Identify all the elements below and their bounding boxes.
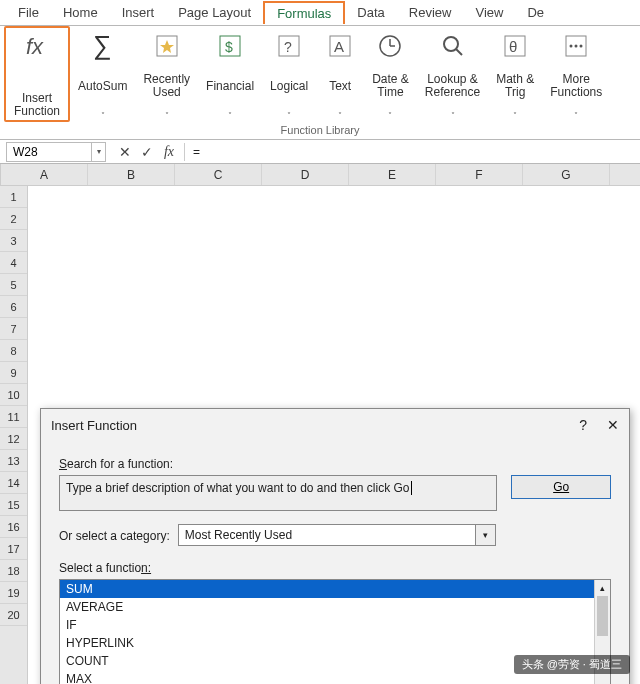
date-time-button[interactable]: Date & Time ˅ [364, 26, 417, 122]
dialog-titlebar: Insert Function ? ✕ [41, 409, 629, 441]
svg-line-13 [456, 49, 462, 55]
select-function-label: Select a function: [59, 561, 611, 575]
svg-point-19 [580, 45, 583, 48]
row-header[interactable]: 4 [0, 252, 27, 274]
clock-icon [374, 30, 406, 62]
row-header[interactable]: 5 [0, 274, 27, 296]
enter-button[interactable]: ✓ [136, 142, 158, 162]
chevron-down-icon: ˅ [101, 111, 105, 120]
row-header[interactable]: 19 [0, 582, 27, 604]
search-input[interactable]: Type a brief description of what you wan… [59, 475, 497, 511]
watermark: 头条 @劳资 · 蜀道三 [514, 655, 630, 674]
chevron-down-icon: ˅ [513, 111, 517, 120]
more-label: More Functions [550, 73, 602, 99]
tab-file[interactable]: File [6, 1, 51, 24]
ribbon-group-label: Function Library [4, 122, 636, 138]
chevron-down-icon: ˅ [451, 111, 455, 120]
cancel-entry-button[interactable]: ✕ [114, 142, 136, 162]
row-header[interactable]: 2 [0, 208, 27, 230]
row-header[interactable]: 10 [0, 384, 27, 406]
text-button[interactable]: A Text ˅ [316, 26, 364, 122]
svg-text:θ: θ [509, 38, 517, 55]
chevron-down-icon: ˅ [338, 111, 342, 120]
row-header[interactable]: 13 [0, 450, 27, 472]
ribbon-tabs: File Home Insert Page Layout Formulas Da… [0, 0, 640, 26]
row-header[interactable]: 17 [0, 538, 27, 560]
row-header[interactable]: 9 [0, 362, 27, 384]
tab-page-layout[interactable]: Page Layout [166, 1, 263, 24]
tab-home[interactable]: Home [51, 1, 110, 24]
tab-developer[interactable]: De [515, 1, 556, 24]
chevron-down-icon: ▾ [475, 525, 495, 545]
row-header[interactable]: 15 [0, 494, 27, 516]
name-box-dropdown[interactable]: ▾ [92, 142, 106, 162]
formula-input[interactable]: = [184, 143, 634, 161]
col-header[interactable]: C [175, 164, 262, 185]
row-header[interactable]: 8 [0, 340, 27, 362]
col-header[interactable]: F [436, 164, 523, 185]
category-select[interactable]: Most Recently Used ▾ [178, 524, 496, 546]
lookup-label: Lookup & Reference [425, 73, 480, 99]
col-header[interactable]: G [523, 164, 610, 185]
fx-icon: fx [21, 32, 53, 64]
star-icon [151, 30, 183, 62]
insert-function-label: Insert Function [14, 92, 60, 118]
col-header[interactable]: B [88, 164, 175, 185]
function-item[interactable]: HYPERLINK [60, 634, 594, 652]
financial-button[interactable]: $ Financial ˅ [198, 26, 262, 122]
dialog-title: Insert Function [51, 418, 137, 433]
lookup-reference-button[interactable]: Lookup & Reference ˅ [417, 26, 488, 122]
tab-view[interactable]: View [463, 1, 515, 24]
more-icon [560, 30, 592, 62]
fx-button[interactable]: fx [158, 142, 180, 162]
financial-label: Financial [206, 80, 254, 93]
svg-text:fx: fx [26, 34, 44, 59]
insert-function-button[interactable]: fx Insert Function [4, 26, 70, 122]
sigma-icon: ∑ [87, 30, 119, 62]
name-box[interactable] [6, 142, 92, 162]
row-header[interactable]: 11 [0, 406, 27, 428]
function-item[interactable]: AVERAGE [60, 598, 594, 616]
text-icon: A [324, 30, 356, 62]
row-header[interactable]: 3 [0, 230, 27, 252]
row-header[interactable]: 20 [0, 604, 27, 626]
recently-used-button[interactable]: Recently Used ˅ [135, 26, 198, 122]
row-header[interactable]: 18 [0, 560, 27, 582]
math-trig-button[interactable]: θ Math & Trig ˅ [488, 26, 542, 122]
row-header[interactable]: 16 [0, 516, 27, 538]
chevron-down-icon: ˅ [228, 111, 232, 120]
col-header[interactable]: D [262, 164, 349, 185]
tab-data[interactable]: Data [345, 1, 396, 24]
function-item[interactable]: SUM [60, 580, 594, 598]
col-header[interactable]: H [610, 164, 640, 185]
row-header[interactable]: 1 [0, 186, 27, 208]
function-item[interactable]: IF [60, 616, 594, 634]
ribbon-panel: fx Insert Function ∑ AutoSum ˅ Recently … [0, 26, 640, 140]
row-header[interactable]: 14 [0, 472, 27, 494]
tab-review[interactable]: Review [397, 1, 464, 24]
search-label: Search for a function: [59, 457, 611, 471]
chevron-down-icon: ˅ [388, 111, 392, 120]
chevron-down-icon: ˅ [287, 111, 291, 120]
more-functions-button[interactable]: More Functions ˅ [542, 26, 610, 122]
go-button[interactable]: Go [511, 475, 611, 499]
tab-formulas[interactable]: Formulas [263, 1, 345, 24]
logical-button[interactable]: ? Logical ˅ [262, 26, 316, 122]
scroll-thumb[interactable] [597, 596, 608, 636]
scroll-up-icon[interactable]: ▴ [595, 580, 610, 596]
row-header[interactable]: 6 [0, 296, 27, 318]
col-header[interactable]: A [1, 164, 88, 185]
category-label: Or select a category: [59, 529, 170, 543]
svg-text:∑: ∑ [93, 30, 112, 60]
tab-insert[interactable]: Insert [110, 1, 167, 24]
svg-text:?: ? [284, 39, 292, 55]
row-header[interactable]: 12 [0, 428, 27, 450]
autosum-button[interactable]: ∑ AutoSum ˅ [70, 26, 135, 122]
column-headers: ABCDEFGH [1, 164, 640, 186]
row-header[interactable]: 7 [0, 318, 27, 340]
col-header[interactable]: E [349, 164, 436, 185]
svg-text:A: A [334, 38, 344, 55]
close-button[interactable]: ✕ [607, 417, 619, 433]
logical-label: Logical [270, 80, 308, 93]
help-button[interactable]: ? [579, 417, 587, 433]
